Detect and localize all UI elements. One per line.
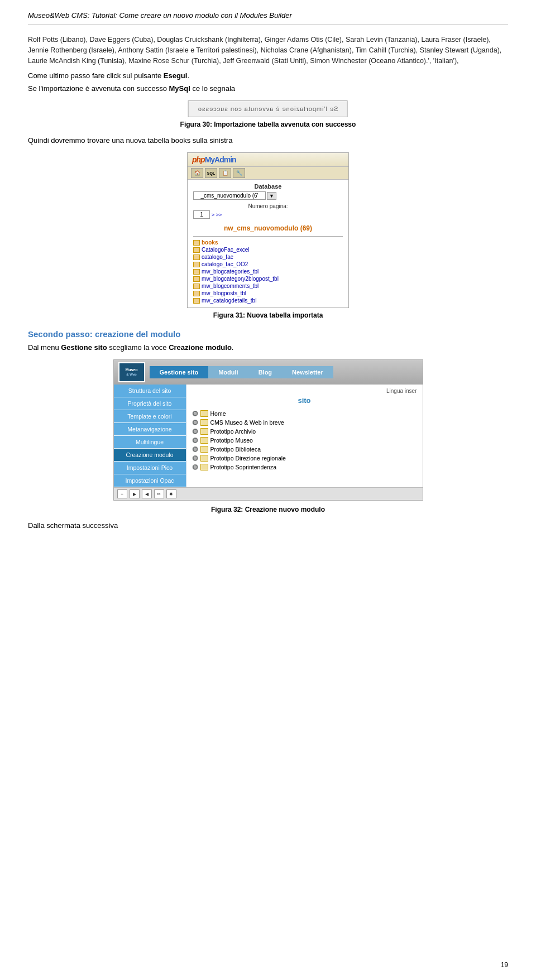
phpmyadmin-screenshot: phpMyAdmin 🏠 SQL 📋 🔧 Database _cms_nuovo…: [187, 152, 349, 308]
pma-table-icon: [193, 254, 200, 260]
sidebar-proprieta[interactable]: Proprietà del sito: [114, 397, 186, 410]
sidebar-struttura[interactable]: Struttura del sito: [114, 385, 186, 397]
mw-btn-edit[interactable]: ✏: [154, 489, 164, 498]
gestione-bold: Gestione sito: [61, 343, 107, 352]
mw-lang-label: Lingua inser: [192, 388, 417, 394]
figure-32-caption: Figura 32: Creazione nuovo modulo: [28, 506, 508, 513]
esegui-text: Come ultimo passo fare click sul pulsant…: [28, 71, 164, 80]
pma-content: Database _cms_nuovomodulo (6' ▼ Numero p…: [188, 180, 348, 308]
figure-30-image: Se l'importazione è avvenuta con success…: [188, 100, 348, 117]
pma-table-icon: [193, 291, 200, 296]
mw-btn-arrow2[interactable]: ◀: [142, 489, 152, 498]
gestione-cont: scegliamo la voce: [107, 343, 169, 352]
nav-gestione-sito[interactable]: Gestione sito: [150, 366, 209, 378]
nav-blog[interactable]: Blog: [248, 366, 282, 378]
pma-table-name: mw_catalogdetails_tbl: [202, 297, 256, 304]
pma-table-item[interactable]: mw_catalogdetails_tbl: [193, 297, 343, 304]
mw-tree-home: 🔘 Home: [192, 409, 417, 418]
mw-nav: Gestione sito Moduli Blog Newsletter: [150, 366, 418, 378]
body-paragraph: Rolf Potts (Libano), Dave Eggers (Cuba),…: [28, 35, 508, 66]
figure-30-caption: Figura 30: Importazione tabella avvenuta…: [28, 121, 508, 128]
pma-divider: [193, 236, 343, 237]
pma-table-item[interactable]: mw_blogcategories_tbl: [193, 268, 343, 275]
figure-32-container: Museo & Web Gestione sito Moduli Blog Ne…: [28, 359, 508, 513]
figure-31-container: phpMyAdmin 🏠 SQL 📋 🔧 Database _cms_nuovo…: [28, 152, 508, 319]
mw-sidebar: Struttura del sito Proprietà del sito Te…: [114, 385, 186, 487]
sidebar-template[interactable]: Template e colori: [114, 410, 186, 422]
mw-folder-icon: [200, 419, 208, 426]
pma-table-item[interactable]: mw_blogcategory2blogpost_tbl: [193, 275, 343, 282]
dalla-text: Dalla schermata successiva: [28, 521, 118, 530]
mw-folder-icon: [200, 446, 208, 453]
pma-btn3[interactable]: 🔧: [233, 168, 245, 178]
mw-topbar: Museo & Web Gestione sito Moduli Blog Ne…: [114, 360, 423, 385]
pma-table-name: mw_blogposts_tbl: [202, 290, 246, 296]
nav-newsletter[interactable]: Newsletter: [282, 366, 333, 378]
mw-folder-icon: [200, 464, 208, 470]
instruction-nuova-tabella: Quindi dovremmo trovare una nuova tabell…: [28, 136, 508, 145]
pma-toolbar: 🏠 SQL 📋 🔧: [188, 167, 348, 180]
pma-table-name: catalogo_fac_OO2: [202, 261, 248, 267]
title-italic: Come creare un nuovo modulo con il Modul…: [119, 11, 292, 20]
mysql-cont: ce lo segnala: [190, 84, 235, 93]
gestione-text: Dal menu: [28, 343, 61, 352]
mw-btn-delete[interactable]: ✖: [166, 489, 176, 498]
mw-main: Struttura del sito Proprietà del sito Te…: [114, 385, 423, 487]
sidebar-multilingue[interactable]: Multilingue: [114, 436, 186, 448]
pma-sql-btn[interactable]: SQL: [205, 168, 217, 178]
mw-folder-icon: [200, 455, 208, 462]
mw-tree-museo: 🔘 Prototipo Museo: [192, 436, 417, 445]
pma-table-icon: [193, 269, 200, 275]
mw-tree-direzione-label: Prototipo Direzione regionale: [210, 455, 286, 462]
instruction-mysql: Se l'importazione è avvenuta con success…: [28, 84, 508, 93]
mysql-bold: MySql: [169, 84, 190, 93]
sidebar-impostazioni-pico[interactable]: Impostazioni Pico: [114, 462, 186, 474]
pma-table-item[interactable]: catalogo_fac_OO2: [193, 261, 343, 268]
mw-btn-arrow[interactable]: ▶: [130, 489, 140, 498]
pma-table-icon: [193, 262, 200, 267]
sidebar-creazione-modulo[interactable]: Creazione modulo: [114, 449, 186, 461]
pma-btn2[interactable]: 📋: [219, 168, 231, 178]
mw-tree-soprintendenza: 🔘 Prototipo Soprintendenza: [192, 463, 417, 472]
instruction-gestione: Dal menu Gestione sito scegliamo la voce…: [28, 343, 508, 352]
mw-folder-icon: [200, 428, 208, 435]
mw-tree-cms: 🔘 CMS Museo & Web in breve: [192, 418, 417, 427]
pma-page-label: Numero pagina:: [193, 203, 343, 209]
mw-btn-add[interactable]: +: [117, 489, 127, 498]
museoweb-screenshot: Museo & Web Gestione sito Moduli Blog Ne…: [113, 359, 423, 501]
mw-tree-soprintendenza-label: Prototipo Soprintendenza: [210, 464, 277, 470]
pma-header: phpMyAdmin: [188, 153, 348, 167]
sidebar-metanavigazione[interactable]: Metanavigazione: [114, 423, 186, 435]
mw-tree-biblioteca-label: Prototipo Biblioteca: [210, 446, 261, 453]
pma-table-item[interactable]: mw_blogcomments_tbl: [193, 282, 343, 290]
nuova-tabella-text: Quindi dovremmo trovare una nuova tabell…: [28, 136, 232, 145]
pma-table-name: mw_blogcategory2blogpost_tbl: [202, 276, 279, 282]
pma-db-arrow[interactable]: ▼: [267, 192, 276, 200]
pma-table-item[interactable]: mw_blogposts_tbl: [193, 290, 343, 297]
pma-table-name: catalogo_fac: [202, 254, 233, 260]
creazione-end: .: [232, 343, 234, 352]
pma-table-name: mw_blogcategories_tbl: [202, 268, 259, 275]
body-text-content: Rolf Potts (Libano), Dave Eggers (Cuba),…: [28, 36, 501, 65]
page-title: Museo&Web CMS: Tutorial: Come creare un …: [28, 11, 508, 25]
pma-page-input[interactable]: 1: [193, 210, 210, 219]
pma-table-item[interactable]: CatalogoFac_excel: [193, 246, 343, 253]
pma-table-books[interactable]: books: [193, 239, 343, 246]
creazione-bold: Creazione modulo: [169, 343, 232, 352]
sidebar-impostazioni-opac[interactable]: Impostazioni Opac: [114, 474, 186, 487]
pma-table-list: books CatalogoFac_excel catalogo_fac cat…: [193, 239, 343, 304]
page-number: 19: [501, 961, 508, 969]
pma-db-name: _cms_nuovomodulo (6': [193, 191, 266, 200]
pma-home-btn[interactable]: 🏠: [191, 168, 203, 178]
nav-moduli[interactable]: Moduli: [208, 366, 248, 378]
mw-tree-direzione: 🔘 Prototipo Direzione regionale: [192, 454, 417, 463]
mw-tree-archivio: 🔘 Prototipo Archivio: [192, 427, 417, 436]
pma-table-name: mw_blogcomments_tbl: [202, 283, 259, 289]
mw-logo-line2: & Web: [126, 373, 137, 377]
mw-logo: Museo & Web: [118, 362, 145, 382]
pma-nav-arrows[interactable]: > >>: [212, 212, 222, 218]
section-heading: Secondo passo: creazione del modulo: [28, 329, 508, 339]
mw-folder-icon: [200, 437, 208, 444]
mysql-text: Se l'importazione è avvenuta con success…: [28, 84, 169, 93]
pma-table-item[interactable]: catalogo_fac: [193, 253, 343, 261]
